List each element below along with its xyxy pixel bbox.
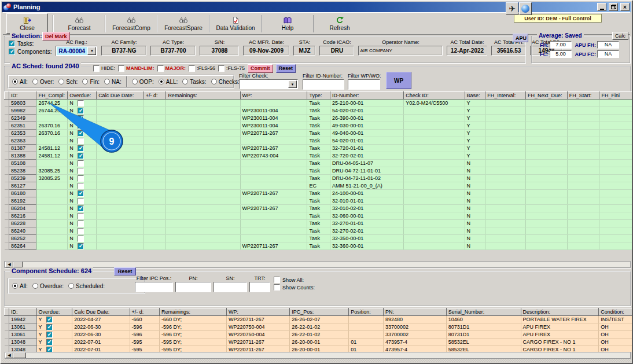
column-header[interactable]: Overdue: — [68, 92, 97, 100]
radio-button[interactable] — [104, 79, 110, 84]
ac-reg-combobox[interactable]: RA-00004▼ — [56, 46, 97, 56]
overdue-checkbox[interactable] — [78, 130, 84, 137]
column-header[interactable]: WP: — [226, 308, 289, 316]
overdue-checkbox[interactable] — [46, 332, 53, 338]
overdue-checkbox[interactable] — [78, 236, 84, 242]
calc-button[interactable]: Calc — [612, 32, 628, 40]
radio-tasks-[interactable]: Tasks: — [182, 79, 206, 85]
scroll-thumb[interactable] — [13, 262, 23, 267]
radio-checks-[interactable]: Checks: — [211, 79, 240, 85]
apu-button[interactable]: APU — [513, 34, 528, 42]
checkbox[interactable] — [118, 65, 124, 72]
components-checkbox[interactable] — [9, 49, 15, 55]
radio-button[interactable] — [32, 283, 38, 289]
radio-button[interactable] — [211, 79, 217, 84]
reset-button[interactable]: Reset — [276, 64, 296, 73]
checkbox[interactable] — [189, 65, 195, 72]
column-header[interactable]: FH_Compl: — [36, 92, 68, 100]
component-row[interactable]: 19942Y2022-04-27-660-660 DY;WP220711-267… — [5, 316, 633, 323]
filter-id-input[interactable] — [303, 79, 344, 90]
radio-button[interactable] — [12, 79, 18, 84]
show-all-checkbox[interactable] — [274, 277, 280, 283]
ac-sched-row[interactable]: 86204NWP220711-267Task32-010-02-01N — [5, 205, 633, 212]
component-row[interactable]: 13048Y2022-07-01-595-595 DY;WP220711-267… — [5, 346, 633, 352]
show-all-row[interactable]: Show All: — [274, 277, 315, 283]
ac-sched-row[interactable]: 86192NTask32-010-01-01N — [5, 197, 633, 205]
ac-sched-row[interactable]: 86228NTask32-270-01-01N — [5, 220, 633, 227]
filter-checkbox-mand-lim-[interactable]: MAND-LIM: — [118, 65, 154, 72]
column-header[interactable]: Calc Due Date: — [72, 308, 130, 316]
chevron-down-icon[interactable]: ▼ — [87, 47, 96, 55]
overdue-checkbox[interactable] — [78, 190, 84, 197]
column-header[interactable]: FH_Interval: — [485, 92, 526, 100]
column-header[interactable]: FH_Next_Due: — [525, 92, 567, 100]
column-header[interactable]: ID: — [9, 92, 36, 100]
overdue-checkbox[interactable] — [78, 205, 84, 212]
column-header[interactable]: Base: — [465, 92, 485, 100]
fc-value[interactable]: 5.00 — [550, 50, 572, 58]
column-header[interactable]: Remainings: — [160, 308, 227, 316]
column-header[interactable]: FH_Fini — [599, 92, 633, 100]
filter-input[interactable] — [249, 282, 270, 292]
toolbar-button-forecastspare[interactable]: ForecastSpare — [163, 13, 204, 34]
column-header[interactable]: Type: — [307, 92, 330, 100]
components-checkbox-row[interactable]: Components: — [9, 49, 51, 55]
show-counts-row[interactable]: Show Counts: — [274, 284, 315, 291]
component-row[interactable]: 13061Y2022-06-30-596-596 DY;WP220750-004… — [5, 323, 633, 331]
radio-sch-[interactable]: Sch: — [58, 79, 78, 85]
ac-sched-row[interactable]: 6235326370.16NWP220711-267Task49-040-00-… — [5, 130, 633, 137]
overdue-checkbox[interactable] — [78, 213, 84, 219]
component-radio-overdue-[interactable]: Overdue: — [32, 283, 64, 289]
overdue-checkbox[interactable] — [78, 160, 84, 167]
del-mark-button[interactable]: Del Mark — [42, 32, 70, 41]
column-header[interactable]: Position: — [349, 308, 384, 316]
checkbox[interactable] — [157, 65, 164, 72]
apu-fh-value[interactable]: NA — [597, 41, 619, 49]
ac-sched-row[interactable]: 6235126370.16NWP230011-004Task49-030-00-… — [5, 122, 633, 130]
toolbar-button-close[interactable]: Close — [6, 13, 48, 34]
overdue-checkbox[interactable] — [78, 168, 84, 174]
radio-button[interactable] — [82, 79, 88, 84]
overdue-checkbox[interactable] — [78, 175, 84, 182]
column-header[interactable]: WP: — [240, 92, 307, 100]
filter-input[interactable] — [135, 282, 173, 292]
component-reset-button[interactable]: Reset — [114, 267, 136, 275]
fh-value[interactable]: 7.00 — [550, 41, 572, 49]
ac-sched-row[interactable]: 86252NTask32-350-00-01N — [5, 235, 633, 242]
show-counts-checkbox[interactable] — [274, 284, 280, 291]
column-header[interactable]: Calc Due Date: — [97, 92, 144, 100]
ac-sched-hscrollbar[interactable]: ◀ — [5, 261, 631, 268]
ac-sched-row[interactable]: 8523832085.25NTaskDRU-04-72-11-01-01N — [5, 167, 633, 175]
close-window-button[interactable]: × — [620, 3, 630, 11]
component-row[interactable]: 13061Y2022-06-30-596-596 DY;WP220750-004… — [5, 331, 633, 339]
filter-check-dropdown[interactable]: ▼ — [239, 79, 298, 89]
wp-button[interactable]: WP — [386, 72, 411, 89]
component-row[interactable]: 13048Y2022-07-01-595-595 DY;WP220711-267… — [5, 339, 633, 346]
tasks-checkbox-row[interactable]: Tasks: — [9, 41, 51, 47]
toolbar-button-data-validation[interactable]: Data Validation — [215, 13, 256, 34]
overdue-checkbox[interactable] — [78, 115, 84, 122]
overdue-checkbox[interactable] — [46, 317, 53, 323]
ac-sched-row[interactable]: 8138724581.12NWP220711-267Task32-720-01-… — [5, 145, 633, 152]
ac-sched-row[interactable]: 86240NTask32-270-02-01N — [5, 227, 633, 235]
column-header[interactable]: PN: — [383, 308, 446, 316]
toolbar-button-help[interactable]: Help — [267, 13, 308, 34]
tasks-checkbox[interactable] — [9, 41, 15, 47]
radio-all-[interactable]: ALL: — [159, 79, 178, 85]
radio-button[interactable] — [132, 79, 138, 84]
ac-sched-row[interactable]: 85108NTaskDRU-04-05-11-07N — [5, 160, 633, 167]
minimize-button[interactable] — [597, 3, 606, 11]
radio-button[interactable] — [159, 79, 164, 84]
radio-fin-[interactable]: Fin: — [82, 79, 100, 85]
ac-sched-row[interactable]: 5980326744.25NTask25-210-00-01Y02.0-M24/… — [5, 100, 633, 107]
filter-input[interactable] — [175, 282, 211, 292]
ac-sched-row[interactable]: 86127NECAMM 51-21-00_0_(A)N — [5, 182, 633, 190]
commit-button[interactable]: Commit — [248, 64, 273, 73]
column-header[interactable]: Serial_Number: — [446, 308, 521, 316]
filter-checkbox--fls-75[interactable]: :FLS-75 — [218, 65, 245, 72]
ac-sched-row[interactable]: 8523932085.25NTaskDRU-04-72-11-01-02N — [5, 175, 633, 182]
filter-checkbox--fls-56[interactable]: :FLS-56 — [189, 65, 215, 72]
column-header[interactable]: IPC_Pos: — [290, 308, 349, 316]
ac-sched-row[interactable]: 62363NTask54-020-01-01Y — [5, 137, 633, 145]
scroll-left-icon[interactable]: ◀ — [5, 262, 13, 267]
